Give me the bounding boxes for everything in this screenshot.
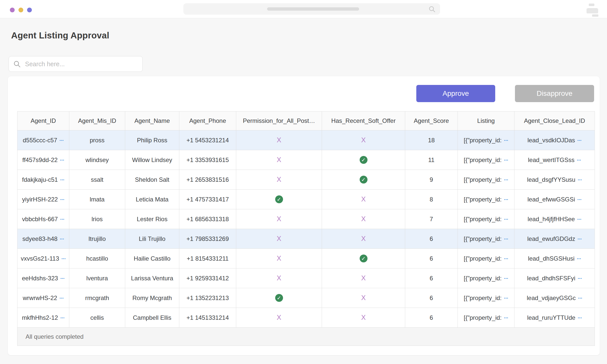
cell-agent-score: 6 xyxy=(405,249,458,268)
cell-agent-id: fdakjkaju-c51··· xyxy=(17,170,69,190)
cell-has-recent-soft-offer: ✓ xyxy=(322,249,405,268)
truncated-ellipsis-icon[interactable]: ··· xyxy=(578,276,582,281)
cell-agent-mis-id: ltrujillo xyxy=(69,229,125,249)
cell-agent-phone: +1 9259331412 xyxy=(179,268,236,288)
cell-has-recent-soft-offer: X xyxy=(322,130,405,150)
column-header-agent-close-lead-id[interactable]: Agent_Close_Lead_ID xyxy=(514,111,595,130)
column-header-permission-for-all-post[interactable]: Permission_for_All_Post… xyxy=(236,111,322,130)
x-mark-icon: X xyxy=(361,195,366,203)
column-header-has-recent-soft-offer[interactable]: Has_Recent_Soft_Offer xyxy=(322,111,405,130)
cell-has-recent-soft-offer: X xyxy=(322,308,405,328)
truncated-ellipsis-icon[interactable]: ··· xyxy=(59,295,64,301)
truncated-ellipsis-icon[interactable]: ··· xyxy=(504,157,508,163)
check-icon: ✓ xyxy=(360,255,367,262)
cell-agent-name: Philip Ross xyxy=(125,130,179,150)
cell-agent-close-lead-id: lead_dhdhSFSFyi··· xyxy=(514,268,595,288)
disapprove-button[interactable]: Disapprove xyxy=(515,85,594,102)
table-row[interactable]: mkfhHhs2-12···cellisCampbell Ellis+1 145… xyxy=(17,308,595,328)
column-header-agent-phone[interactable]: Agent_Phone xyxy=(179,111,236,130)
x-mark-icon: X xyxy=(361,274,366,282)
truncated-ellipsis-icon[interactable]: ··· xyxy=(578,177,582,183)
cell-agent-close-lead-id: lead_vdjaeyGSGc··· xyxy=(514,288,595,308)
truncated-ellipsis-icon[interactable]: ··· xyxy=(504,216,508,222)
truncated-ellipsis-icon[interactable]: ··· xyxy=(60,236,64,242)
cell-agent-name: Lester Rios xyxy=(125,209,179,229)
truncated-ellipsis-icon[interactable]: ··· xyxy=(578,295,582,301)
table-row[interactable]: fdakjkaju-c51···ssaltSheldon Salt+1 2653… xyxy=(17,170,595,190)
window-control-dot[interactable] xyxy=(10,8,15,12)
cell-has-recent-soft-offer: X xyxy=(322,268,405,288)
cell-agent-score: 9 xyxy=(405,170,458,190)
cell-agent-phone: +1 7985331269 xyxy=(179,229,236,249)
truncated-ellipsis-icon[interactable]: ··· xyxy=(504,197,508,202)
cell-agent-score: 7 xyxy=(405,209,458,229)
truncated-ellipsis-icon[interactable]: ··· xyxy=(504,138,508,143)
table-row[interactable]: d555ccc-c57···prossPhilip Ross+1 5453231… xyxy=(17,130,595,150)
truncated-ellipsis-icon[interactable]: ··· xyxy=(577,197,582,202)
cell-agent-score: 6 xyxy=(405,308,458,328)
column-header-agent-mis-id[interactable]: Agent_Mis_ID xyxy=(69,111,125,130)
truncated-ellipsis-icon[interactable]: ··· xyxy=(60,177,64,183)
table-row[interactable]: vbbcbHs-667···lriosLester Rios+1 6856331… xyxy=(17,209,595,229)
browser-menu-icon[interactable] xyxy=(587,4,599,15)
cell-permission-for-all-post: ✓ xyxy=(236,288,322,308)
window-control-dot[interactable] xyxy=(18,8,23,12)
truncated-ellipsis-icon[interactable]: ··· xyxy=(60,197,64,202)
table-row[interactable]: vxvsGs21-113···hcastilloHailie Castillo+… xyxy=(17,249,595,268)
table-row[interactable]: wrwrwHS-22···rmcgrathRomy Mcgrath+1 1352… xyxy=(17,288,595,308)
table-row[interactable]: ff457s9dd-22···wlindseyWillow Lindsey+1 … xyxy=(17,150,595,170)
cell-agent-close-lead-id: lead_h4jfjfHHSee··· xyxy=(514,209,595,229)
cell-agent-score: 6 xyxy=(405,268,458,288)
cell-has-recent-soft-offer: ✓ xyxy=(322,150,405,170)
truncated-ellipsis-icon[interactable]: ··· xyxy=(59,138,64,143)
table-row[interactable]: yiyirHSH-222···lmataLeticia Mata+1 47573… xyxy=(17,190,595,209)
truncated-ellipsis-icon[interactable]: ··· xyxy=(504,295,508,301)
truncated-ellipsis-icon[interactable]: ··· xyxy=(60,216,64,222)
cell-permission-for-all-post: X xyxy=(236,130,322,150)
x-mark-icon: X xyxy=(277,255,281,262)
cell-permission-for-all-post: X xyxy=(236,308,322,328)
window-control-dot[interactable] xyxy=(27,8,32,12)
truncated-ellipsis-icon[interactable]: ··· xyxy=(577,236,582,242)
cell-agent-phone: +1 3353931615 xyxy=(179,150,236,170)
truncated-ellipsis-icon[interactable]: ··· xyxy=(577,216,581,222)
table-row[interactable]: sdyee83-h48···ltrujilloLili Trujillo+1 7… xyxy=(17,229,595,249)
x-mark-icon: X xyxy=(277,176,281,183)
truncated-ellipsis-icon[interactable]: ··· xyxy=(504,315,508,321)
truncated-ellipsis-icon[interactable]: ··· xyxy=(504,236,508,242)
cell-agent-id: mkfhHhs2-12··· xyxy=(17,308,69,328)
truncated-ellipsis-icon[interactable]: ··· xyxy=(61,256,66,261)
column-header-agent-name[interactable]: Agent_Name xyxy=(125,111,179,130)
cell-agent-id: vbbcbHs-667··· xyxy=(17,209,69,229)
truncated-ellipsis-icon[interactable]: ··· xyxy=(504,256,508,261)
column-header-agent-score[interactable]: Agent_Score xyxy=(405,111,458,130)
x-mark-icon: X xyxy=(277,274,281,282)
column-header-listing[interactable]: Listing xyxy=(458,111,514,130)
cell-agent-name: Sheldon Salt xyxy=(125,170,179,190)
search-input[interactable] xyxy=(25,60,138,68)
cell-agent-name: Willow Lindsey xyxy=(125,150,179,170)
truncated-ellipsis-icon[interactable]: ··· xyxy=(577,157,581,163)
cell-permission-for-all-post: X xyxy=(236,229,322,249)
truncated-ellipsis-icon[interactable]: ··· xyxy=(60,276,64,281)
cell-agent-name: Leticia Mata xyxy=(125,190,179,209)
truncated-ellipsis-icon[interactable]: ··· xyxy=(504,177,508,183)
truncated-ellipsis-icon[interactable]: ··· xyxy=(60,315,64,321)
truncated-ellipsis-icon[interactable]: ··· xyxy=(577,138,582,143)
cell-listing: [{"property_id:··· xyxy=(458,150,514,170)
cell-agent-id: vxvsGs21-113··· xyxy=(17,249,69,268)
table-row[interactable]: eeHdshs-323···lventuraLarissa Ventura+1 … xyxy=(17,268,595,288)
browser-address-bar[interactable] xyxy=(183,3,440,15)
cell-agent-id: yiyirHSH-222··· xyxy=(17,190,69,209)
cell-agent-score: 6 xyxy=(405,229,458,249)
truncated-ellipsis-icon[interactable]: ··· xyxy=(504,276,508,281)
approve-button[interactable]: Approve xyxy=(416,85,495,102)
cell-permission-for-all-post: ✓ xyxy=(236,190,322,209)
check-icon: ✓ xyxy=(275,294,283,302)
truncated-ellipsis-icon[interactable]: ··· xyxy=(577,256,581,261)
column-header-agent-id[interactable]: Agent_ID xyxy=(17,111,69,130)
truncated-ellipsis-icon[interactable]: ··· xyxy=(60,157,64,163)
check-icon: ✓ xyxy=(275,195,283,203)
cell-agent-name: Larissa Ventura xyxy=(125,268,179,288)
truncated-ellipsis-icon[interactable]: ··· xyxy=(578,315,582,321)
